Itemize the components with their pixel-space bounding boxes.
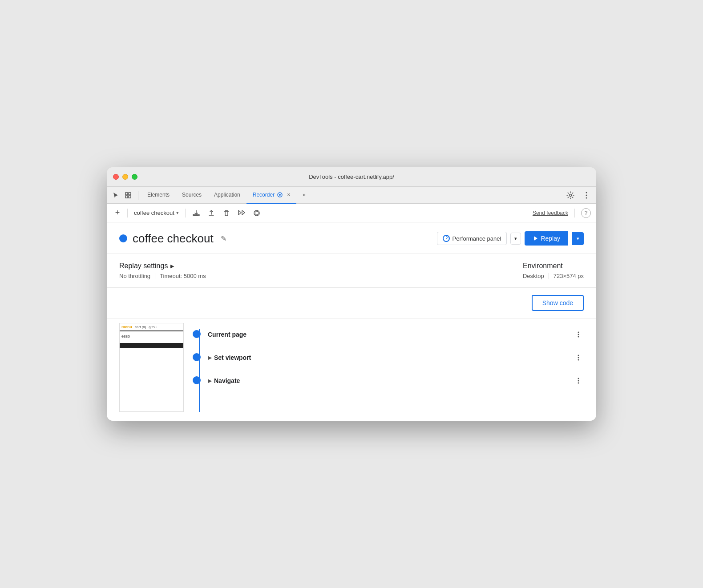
step-more-button-1[interactable] — [573, 329, 584, 340]
tab-more[interactable]: » — [296, 187, 312, 204]
selector-dropdown-arrow: ▾ — [176, 210, 179, 216]
step-dot-3 — [193, 376, 201, 384]
step-set-viewport: ▶ Set viewport — [193, 346, 584, 369]
svg-point-16 — [578, 355, 579, 356]
steps-section: menu cart (0) githu esso Current page — [107, 318, 596, 421]
toolbar-separator-1 — [127, 209, 128, 217]
show-code-button[interactable]: Show code — [532, 295, 584, 311]
svg-point-14 — [578, 334, 579, 335]
step-expand-arrow-3: ▶ — [208, 378, 211, 384]
recording-selector[interactable]: coffee checkout ▾ — [132, 209, 181, 217]
environment-details: Desktop 723×574 px — [523, 273, 584, 279]
cursor-icon[interactable] — [110, 190, 121, 201]
recording-header: coffee checkout ✎ Performance panel ▾ — [107, 222, 596, 254]
replay-dropdown-button[interactable]: ▾ — [572, 232, 584, 245]
toolbar-right: Send feedback ? — [533, 208, 591, 218]
svg-point-8 — [586, 194, 587, 196]
svg-point-9 — [586, 197, 587, 198]
tab-elements[interactable]: Elements — [141, 187, 176, 204]
svg-point-7 — [586, 192, 587, 193]
svg-point-17 — [578, 357, 579, 358]
recording-title-area: coffee checkout ✎ — [119, 232, 228, 246]
settings-right: Environment Desktop 723×574 px — [523, 262, 584, 279]
step-content-1: Current page — [208, 329, 584, 340]
export-button[interactable] — [190, 207, 202, 219]
show-code-section: Show code — [107, 288, 596, 318]
preview-nav-github: githu — [149, 325, 156, 329]
step-dot-2 — [193, 353, 201, 361]
env-detail-separator — [549, 273, 549, 279]
help-icon[interactable]: ? — [581, 208, 591, 218]
performance-panel-dropdown-button[interactable]: ▾ — [510, 233, 521, 245]
maximize-button[interactable] — [132, 174, 137, 180]
preview-empty-space — [120, 350, 183, 368]
replay-settings-toggle[interactable]: Replay settings ▶ — [119, 262, 206, 270]
devtools-tab-bar: Elements Sources Application Recorder × … — [107, 187, 596, 204]
replay-button[interactable]: Replay — [525, 231, 568, 246]
step-title-1: Current page — [208, 331, 246, 338]
environment-title: Environment — [523, 262, 584, 270]
delete-button[interactable] — [220, 207, 233, 219]
settings-section: Replay settings ▶ No throttling Timeout:… — [107, 254, 596, 288]
tab-recorder[interactable]: Recorder × — [246, 187, 296, 204]
step-content-2: ▶ Set viewport — [208, 352, 584, 363]
recording-actions: Performance panel ▾ Replay ▾ — [437, 231, 584, 246]
inspect-icon[interactable] — [123, 190, 133, 201]
step-dot-1 — [193, 330, 201, 338]
svg-point-12 — [446, 238, 447, 239]
tab-application[interactable]: Application — [208, 187, 246, 204]
steps-timeline: Current page — [193, 323, 584, 412]
edit-title-button[interactable]: ✎ — [219, 233, 228, 245]
svg-point-19 — [578, 378, 579, 379]
svg-point-6 — [570, 194, 572, 196]
devtools-window: DevTools - coffee-cart.netlify.app/ Elem… — [107, 167, 596, 421]
settings-expand-icon: ▶ — [170, 263, 174, 269]
traffic-lights — [113, 174, 137, 180]
page-preview-thumbnail: menu cart (0) githu esso — [119, 323, 184, 412]
recorder-icon — [277, 192, 283, 198]
svg-rect-1 — [129, 193, 131, 195]
svg-point-21 — [578, 383, 579, 384]
play-button[interactable] — [235, 207, 248, 219]
preview-espresso-text: esso — [120, 331, 183, 341]
import-button[interactable] — [205, 207, 218, 219]
settings-icon[interactable] — [564, 189, 577, 201]
record-button[interactable] — [250, 207, 263, 219]
preview-nav-cart: cart (0) — [135, 325, 146, 329]
toolbar-separator-2 — [185, 209, 186, 217]
svg-point-18 — [578, 359, 579, 361]
svg-point-20 — [578, 380, 579, 382]
minimize-button[interactable] — [122, 174, 128, 180]
recorder-tab-close[interactable]: × — [287, 192, 290, 198]
window-title: DevTools - coffee-cart.netlify.app/ — [309, 173, 394, 180]
svg-rect-3 — [129, 196, 131, 198]
performance-panel-icon — [443, 235, 450, 242]
preview-nav-menu: menu — [121, 325, 132, 329]
settings-detail-separator — [155, 273, 155, 279]
close-button[interactable] — [113, 174, 119, 180]
step-title-2[interactable]: ▶ Set viewport — [208, 354, 251, 361]
step-navigate: ▶ Navigate — [193, 369, 584, 392]
settings-details: No throttling Timeout: 5000 ms — [119, 273, 206, 279]
step-title-3[interactable]: ▶ Navigate — [208, 377, 240, 384]
send-feedback-link[interactable]: Send feedback — [533, 210, 568, 216]
tab-sources[interactable]: Sources — [176, 187, 208, 204]
tab-separator — [138, 191, 138, 200]
svg-point-13 — [578, 332, 579, 333]
preview-nav: menu cart (0) githu — [120, 323, 183, 331]
recorder-toolbar: + coffee checkout ▾ — [107, 204, 596, 222]
replay-play-icon — [533, 236, 538, 241]
settings-left: Replay settings ▶ No throttling Timeout:… — [119, 262, 206, 279]
devtools-right-icons — [564, 189, 593, 201]
title-bar: DevTools - coffee-cart.netlify.app/ — [107, 167, 596, 187]
toolbar-separator-3 — [574, 209, 575, 217]
svg-rect-2 — [125, 196, 128, 198]
step-more-button-3[interactable] — [573, 375, 584, 386]
main-content: coffee checkout ✎ Performance panel ▾ — [107, 222, 596, 421]
performance-panel-button[interactable]: Performance panel — [437, 232, 507, 245]
more-options-icon[interactable] — [580, 189, 593, 201]
step-more-button-2[interactable] — [573, 352, 584, 363]
step-expand-arrow-2: ▶ — [208, 355, 211, 361]
add-recording-button[interactable]: + — [112, 208, 123, 218]
recording-title: coffee checkout — [133, 232, 214, 246]
